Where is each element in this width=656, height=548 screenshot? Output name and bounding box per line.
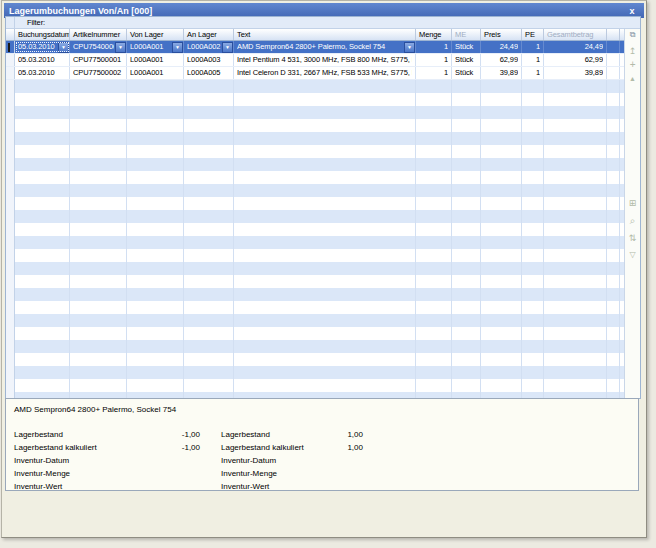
column-header-pe[interactable]: PE <box>522 29 544 40</box>
cell-an[interactable]: L000A003 <box>184 54 234 66</box>
cell-filler[interactable] <box>607 54 620 66</box>
cell-blank <box>234 262 416 275</box>
row-selector[interactable] <box>6 67 15 79</box>
chevron-down-icon[interactable]: ▼ <box>58 42 69 53</box>
sort-icon[interactable]: ⇅ <box>626 232 639 244</box>
cell-blank <box>15 288 70 301</box>
cell-gesamt[interactable]: 62,99 <box>544 54 607 66</box>
cell-blank <box>184 249 234 262</box>
cell-filler[interactable] <box>607 41 620 53</box>
cell-preis[interactable]: 62,99 <box>481 54 522 66</box>
column-header-gesamt[interactable]: Gesamtbetrag <box>544 29 607 40</box>
add-row-icon[interactable]: + <box>626 59 639 71</box>
grid-empty-row <box>6 236 624 249</box>
row-selector[interactable] <box>6 54 15 66</box>
cell-blank <box>522 80 544 93</box>
column-header-text[interactable]: Text <box>234 29 416 40</box>
search-icon[interactable]: ⌕ <box>626 215 639 227</box>
filter-row[interactable]: Filter: <box>6 17 640 29</box>
row-selector <box>6 366 15 379</box>
column-header-von[interactable]: Von Lager <box>127 29 184 40</box>
column-header-me[interactable]: ME <box>452 29 481 40</box>
detail-value: 1,00 <box>321 441 363 454</box>
column-header-menge[interactable]: Menge <box>416 29 452 40</box>
cell-an[interactable]: L000A002▼ <box>184 41 234 53</box>
cell-an[interactable]: L000A005 <box>184 67 234 79</box>
cell-blank <box>522 106 544 119</box>
scroll-up-icon[interactable]: ▲ <box>626 73 639 85</box>
detail-row: Inventur-Wert <box>14 480 200 493</box>
cell-von[interactable]: L000A001 <box>127 54 184 66</box>
cell-menge[interactable]: 1 <box>416 67 452 79</box>
cell-pe[interactable]: 1 <box>522 41 544 53</box>
chevron-down-icon[interactable]: ▼ <box>115 42 126 53</box>
grid-empty-row <box>6 145 624 158</box>
detail-value <box>158 480 200 493</box>
column-header-artikel[interactable]: Artikelnummer <box>70 29 127 40</box>
chevron-down-icon[interactable]: ▼ <box>172 42 183 53</box>
cell-me[interactable]: Stück <box>452 67 481 79</box>
column-header-preis[interactable]: Preis <box>481 29 522 40</box>
cell-blank <box>15 327 70 340</box>
cell-blank <box>234 275 416 288</box>
grid-row-selected[interactable]: 05.03.2010▼CPU75400003▼L000A001▼L000A002… <box>6 41 624 54</box>
detail-label: Inventur-Menge <box>221 467 321 480</box>
cell-preis[interactable]: 39,89 <box>481 67 522 79</box>
cell-menge[interactable]: 1 <box>416 54 452 66</box>
cell-value: Stück <box>455 67 477 79</box>
cell-blank <box>15 353 70 366</box>
cell-preis[interactable]: 24,49 <box>481 41 522 53</box>
cell-date[interactable]: 05.03.2010 <box>15 67 70 79</box>
cell-gesamt[interactable]: 39,89 <box>544 67 607 79</box>
row-selector <box>6 106 15 119</box>
cell-gesamt[interactable]: 24,49 <box>544 41 607 53</box>
cell-artikel[interactable]: CPU75400003▼ <box>70 41 127 53</box>
close-icon[interactable]: x <box>625 6 639 16</box>
grid-row[interactable]: 05.03.2010CPU77500001L000A001L000A003Int… <box>6 54 624 67</box>
column-header-an[interactable]: An Lager <box>184 29 234 40</box>
copy-icon[interactable]: ⧉ <box>626 29 639 41</box>
cell-blank <box>522 236 544 249</box>
cell-blank <box>184 223 234 236</box>
cell-text[interactable]: Intel Pentium 4 531, 3000 MHz, FSB 800 M… <box>234 54 416 66</box>
row-selector[interactable] <box>6 41 15 53</box>
cell-blank <box>416 210 452 223</box>
filter-icon[interactable]: ▽ <box>626 249 639 261</box>
cell-blank <box>452 314 481 327</box>
cell-date[interactable]: 05.03.2010▼ <box>15 41 70 53</box>
cell-blank <box>522 249 544 262</box>
cell-blank <box>416 145 452 158</box>
column-header-date[interactable]: Buchungsdatum <box>15 29 70 40</box>
cell-text[interactable]: Intel Celeron D 331, 2667 MHz, FSB 533 M… <box>234 67 416 79</box>
grid-empty-row <box>6 223 624 236</box>
cell-blank <box>607 249 620 262</box>
cell-blank <box>607 314 620 327</box>
detail-row: Inventur-Menge <box>14 467 200 480</box>
cell-artikel[interactable]: CPU77500001 <box>70 54 127 66</box>
cell-filler[interactable] <box>607 67 620 79</box>
cell-von[interactable]: L000A001 <box>127 67 184 79</box>
row-selector <box>6 288 15 301</box>
grid-row[interactable]: 05.03.2010CPU77500002L000A001L000A005Int… <box>6 67 624 80</box>
grid-empty-row <box>6 340 624 353</box>
cell-me[interactable]: Stück <box>452 41 481 53</box>
cell-pe[interactable]: 1 <box>522 67 544 79</box>
scroll-to-top-icon[interactable]: ↥ <box>626 45 639 57</box>
cell-blank <box>452 132 481 145</box>
cell-blank <box>15 366 70 379</box>
row-selector <box>6 132 15 145</box>
cell-menge[interactable]: 1 <box>416 41 452 53</box>
cell-text[interactable]: AMD Sempron64 2800+ Palermo, Sockel 754▼ <box>234 41 416 53</box>
chevron-down-icon[interactable]: ▼ <box>222 42 233 53</box>
cell-artikel[interactable]: CPU77500002 <box>70 67 127 79</box>
cell-von[interactable]: L000A001▼ <box>127 41 184 53</box>
cell-me[interactable]: Stück <box>452 54 481 66</box>
cell-blank <box>184 366 234 379</box>
cell-blank <box>416 236 452 249</box>
grid-view-icon[interactable]: ⊞ <box>626 197 639 209</box>
cell-blank <box>234 80 416 93</box>
cell-date[interactable]: 05.03.2010 <box>15 54 70 66</box>
chevron-down-icon[interactable]: ▼ <box>404 42 415 53</box>
cell-pe[interactable]: 1 <box>522 54 544 66</box>
cell-blank <box>607 93 620 106</box>
